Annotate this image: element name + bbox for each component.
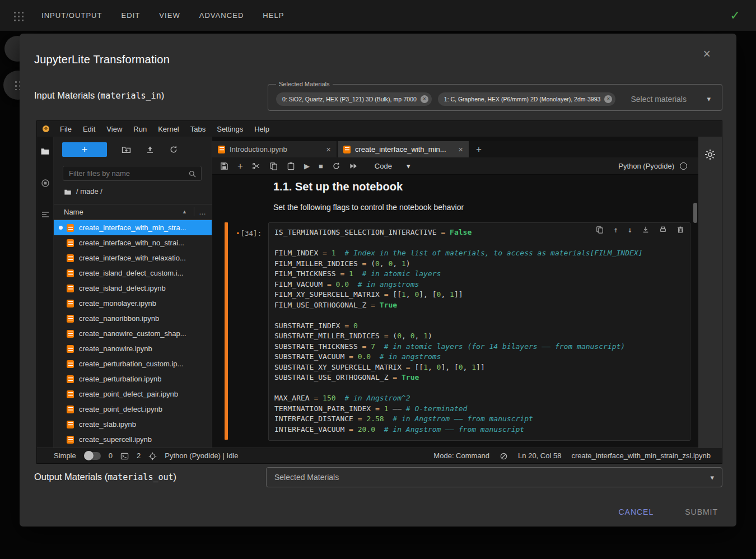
file-row[interactable]: create_interface_with_relaxatio... — [54, 250, 212, 265]
file-row[interactable]: create_island_defect.ipynb — [54, 281, 212, 296]
jupyter-menu-item[interactable]: Settings — [211, 125, 249, 133]
file-row[interactable]: create_point_defect_pair.ipynb — [54, 386, 212, 402]
filter-files-field[interactable] — [68, 169, 188, 178]
code-editor[interactable]: IS_TERMINATIONS_SELECTION_INTERACTIVE = … — [268, 222, 690, 441]
tab-label: create_interface_with_min... — [355, 145, 446, 153]
run-cell-icon[interactable]: ▶ — [304, 162, 310, 170]
new-folder-icon[interactable] — [122, 145, 131, 155]
file-row[interactable]: create_monolayer.ipynb — [54, 296, 212, 311]
jupyter-menu-item[interactable]: Tabs — [185, 125, 211, 133]
cancel-button[interactable]: CANCEL — [615, 507, 657, 517]
file-browser-icon[interactable] — [40, 147, 50, 156]
gear-icon[interactable] — [704, 149, 716, 160]
tab-close-icon[interactable]: × — [326, 145, 331, 154]
file-row[interactable]: create_point_defect.ipynb — [54, 402, 212, 417]
jupyter-menu-item[interactable]: Run — [128, 125, 152, 133]
simple-mode-toggle[interactable] — [84, 452, 101, 460]
circle-slash-icon[interactable] — [500, 451, 508, 460]
insert-cell-below-icon[interactable] — [642, 226, 650, 234]
file-name: create_nanowire_custom_shap... — [79, 329, 186, 338]
kernel-picker[interactable]: Python (Pyodide) — [615, 161, 690, 171]
app-grid-icon[interactable] — [12, 10, 24, 21]
cursor-position[interactable]: Ln 20, Col 58 — [518, 451, 561, 460]
kernel-count[interactable]: 0 — [109, 451, 113, 460]
file-row[interactable]: create_nanowire_custom_shap... — [54, 326, 212, 341]
markdown-heading: 1.1. Set up the notebook — [273, 180, 698, 193]
kernel-status-circle-icon — [680, 162, 687, 170]
jupyter-menu-bar: File Edit View Run Kernel Tabs Settings … — [37, 121, 722, 137]
app-menu-item[interactable]: INPUT/OUTPUT — [40, 9, 104, 22]
chip-delete-icon[interactable]: × — [421, 95, 428, 103]
app-menu-item[interactable]: VIEW — [158, 9, 181, 22]
file-list-header[interactable]: Name ▲ … — [54, 204, 212, 220]
running-sessions-icon[interactable] — [41, 179, 50, 188]
chevron-down-icon: ▾ — [710, 473, 714, 482]
material-chip[interactable]: 0: SiO2, Quartz, HEX (P3_121) 3D (Bulk),… — [276, 92, 432, 106]
confirm-check-icon[interactable]: ✓ — [727, 9, 744, 22]
notebook-tab[interactable]: Introduction.ipynb × — [212, 141, 338, 157]
jupyter-menu-item[interactable]: View — [101, 125, 128, 133]
jupyter-menu-item[interactable]: Edit — [77, 125, 101, 133]
cut-icon[interactable] — [252, 161, 260, 170]
file-row[interactable]: create_supercell.ipynb — [54, 432, 212, 447]
notebook-toolbar: + ▶ ■ — [212, 157, 698, 175]
chevron-down-icon[interactable]: ▾ — [703, 94, 714, 104]
tab-close-icon[interactable]: × — [458, 145, 463, 154]
jupyter-menu-item[interactable]: Kernel — [152, 125, 185, 133]
copy-icon[interactable] — [269, 161, 278, 170]
file-row[interactable]: create_nanoribbon.ipynb — [54, 311, 212, 326]
more-options-icon[interactable]: … — [199, 208, 206, 216]
save-icon[interactable] — [220, 161, 228, 170]
material-chip[interactable]: 1: C, Graphene, HEX (P6/mmm) 2D (Monolay… — [438, 92, 616, 106]
file-row[interactable]: create_slab.ipynb — [54, 417, 212, 432]
crosshair-icon — [148, 451, 157, 460]
delete-cell-icon[interactable] — [676, 226, 684, 234]
dialog-footer: CANCEL SUBMIT — [615, 507, 721, 517]
app-menu-item[interactable]: ADVANCED — [198, 9, 245, 22]
jupyter-menu-item[interactable]: Help — [249, 125, 275, 133]
file-list: create_interface_with_min_stra... create… — [54, 220, 212, 448]
restart-run-all-icon[interactable] — [349, 161, 358, 170]
scrollbar-thumb[interactable] — [693, 203, 697, 223]
app-menu-item[interactable]: HELP — [262, 9, 285, 22]
duplicate-cell-icon[interactable] — [596, 226, 604, 234]
app-menu-item[interactable]: EDIT — [120, 9, 142, 22]
file-row[interactable]: create_perturbation.ipynb — [54, 371, 212, 386]
dialog-close-icon[interactable]: × — [700, 47, 714, 61]
active-file-name: create_interface_with_min_strain_zsl.ipy… — [571, 451, 711, 460]
chip-delete-icon[interactable]: × — [604, 95, 612, 103]
restart-kernel-icon[interactable] — [332, 161, 340, 170]
jupyterlab-widget: File Edit View Run Kernel Tabs Settings … — [36, 120, 722, 464]
filter-files-input[interactable] — [63, 166, 202, 181]
jupyter-menu-item[interactable]: File — [54, 125, 77, 133]
submit-button[interactable]: SUBMIT — [682, 507, 721, 517]
paste-icon[interactable] — [287, 161, 295, 170]
file-row[interactable]: create_interface_with_no_strai... — [54, 235, 212, 250]
kernel-status[interactable]: Python (Pyodide) | Idle — [165, 451, 238, 460]
stop-kernel-icon[interactable]: ■ — [319, 162, 323, 170]
terminal-count[interactable]: 2 — [137, 451, 141, 460]
selected-materials-select[interactable]: Selected Materials 0: SiO2, Quartz, HEX … — [268, 81, 722, 111]
select-materials-placeholder: Select materials — [631, 95, 687, 104]
app-menu: INPUT/OUTPUT EDIT VIEW ADVANCED HELP — [40, 9, 302, 22]
new-launcher-button[interactable]: + — [62, 142, 107, 157]
add-cell-icon[interactable]: + — [237, 161, 243, 171]
notebook-file-icon — [67, 239, 74, 247]
file-name: create_island_defect_custom.i... — [79, 269, 183, 277]
notebook-tab[interactable]: create_interface_with_min... × — [338, 141, 470, 157]
cell-type-dropdown[interactable]: Code ▾ — [371, 161, 414, 171]
notebook-panel: Introduction.ipynb × create_interface_wi… — [212, 137, 698, 448]
breadcrumb[interactable]: / made / — [64, 187, 102, 196]
file-row[interactable]: create_island_defect_custom.i... — [54, 265, 212, 281]
file-row[interactable]: create_nanowire.ipynb — [54, 341, 212, 356]
table-of-contents-icon[interactable] — [41, 210, 50, 219]
folder-icon — [64, 187, 72, 196]
refresh-icon[interactable] — [169, 145, 178, 154]
upload-icon[interactable] — [146, 145, 155, 154]
file-row[interactable]: create_interface_with_min_stra... — [54, 220, 212, 235]
insert-cell-above-icon[interactable] — [659, 226, 667, 234]
new-tab-icon[interactable]: + — [470, 141, 488, 157]
output-materials-select[interactable]: Selected Materials ▾ — [266, 467, 722, 487]
file-row[interactable]: create_perturbation_custom.ip... — [54, 356, 212, 371]
name-column-header[interactable]: Name — [64, 208, 83, 216]
